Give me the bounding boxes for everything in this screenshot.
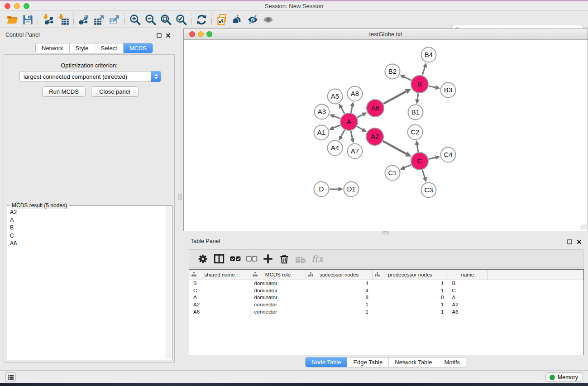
- node-A6[interactable]: A6: [367, 100, 384, 117]
- cell[interactable]: 1: [373, 301, 448, 308]
- cell[interactable]: 1: [373, 280, 448, 287]
- table-tab-motifs[interactable]: Motifs: [438, 357, 466, 367]
- cell[interactable]: B: [189, 280, 250, 287]
- tab-mcds[interactable]: MCDS: [124, 43, 153, 53]
- edge-A-A5[interactable]: [341, 107, 344, 114]
- cell[interactable]: B: [448, 280, 488, 287]
- node-A4[interactable]: A4: [328, 141, 343, 156]
- cell[interactable]: connector: [250, 308, 306, 315]
- node-B1[interactable]: B1: [408, 105, 423, 120]
- edge-B-B2[interactable]: [403, 76, 411, 80]
- deselect-all-button[interactable]: [244, 251, 260, 267]
- edge-A-A6[interactable]: [357, 114, 363, 117]
- float-table-panel-icon[interactable]: [566, 238, 573, 245]
- edge-C-C3[interactable]: [422, 170, 425, 179]
- network-overview-button[interactable]: [229, 12, 245, 27]
- edge-A6-B[interactable]: [383, 91, 407, 104]
- cell[interactable]: C: [189, 287, 250, 294]
- cell[interactable]: 1: [373, 287, 448, 294]
- node-C1[interactable]: C1: [385, 166, 400, 181]
- node-C[interactable]: C: [411, 152, 428, 170]
- close-panel-icon[interactable]: [165, 32, 171, 38]
- cell[interactable]: connector: [250, 301, 306, 308]
- delete-columns-button[interactable]: [276, 251, 292, 267]
- memory-button[interactable]: Memory: [545, 372, 583, 382]
- column-header-shared-name[interactable]: shared name: [189, 270, 250, 280]
- node-A8[interactable]: A8: [348, 86, 363, 101]
- network-window-titlebar[interactable]: testGlobe.txt: [184, 29, 588, 40]
- split-panel-button[interactable]: [211, 251, 227, 267]
- cell[interactable]: A6: [448, 308, 488, 315]
- save-session-button[interactable]: [20, 12, 35, 27]
- edge-A-A8[interactable]: [351, 105, 352, 113]
- node-C2[interactable]: C2: [408, 125, 423, 140]
- export-image-button[interactable]: [107, 12, 122, 27]
- task-history-button[interactable]: [5, 372, 16, 382]
- table-row[interactable]: A2connector11A2: [189, 301, 583, 308]
- node-C4[interactable]: C4: [441, 148, 456, 162]
- node-A5[interactable]: A5: [328, 89, 343, 104]
- cell[interactable]: dominator: [250, 294, 306, 301]
- edge-A-A3[interactable]: [333, 116, 340, 119]
- cell[interactable]: 0: [373, 294, 448, 301]
- clone-network-button[interactable]: [214, 12, 229, 27]
- node-A[interactable]: A: [340, 113, 358, 130]
- cell[interactable]: 8: [306, 294, 373, 301]
- node-D[interactable]: D: [314, 182, 329, 197]
- cell[interactable]: A: [189, 294, 250, 301]
- table-tab-network-table[interactable]: Network Table: [389, 357, 438, 367]
- tab-select[interactable]: Select: [95, 43, 124, 53]
- edge-A-A1[interactable]: [333, 125, 340, 129]
- cell[interactable]: 4: [306, 280, 373, 287]
- edge-B-B1[interactable]: [417, 93, 418, 100]
- mcds-result-list[interactable]: A2ABCA6: [8, 209, 165, 359]
- zoom-out-button[interactable]: [143, 12, 158, 27]
- table-row[interactable]: A6connector11A6: [189, 308, 583, 315]
- horizontal-splitter-handle[interactable]: [382, 231, 389, 234]
- edge-A-A4[interactable]: [340, 130, 344, 138]
- edge-A-A7[interactable]: [351, 131, 353, 139]
- node-D1[interactable]: D1: [344, 182, 359, 197]
- node-A7[interactable]: A7: [348, 144, 363, 159]
- node-A2[interactable]: A2: [366, 128, 383, 145]
- vertical-splitter-handle[interactable]: [178, 194, 182, 200]
- close-panel-button[interactable]: Close panel: [91, 86, 139, 97]
- graphics-details-button[interactable]: [245, 12, 260, 27]
- column-header-MCDS-role[interactable]: MCDS role: [250, 270, 306, 280]
- close-table-panel-icon[interactable]: [576, 238, 582, 245]
- select-all-button[interactable]: [227, 251, 244, 267]
- node-C3[interactable]: C3: [421, 183, 436, 198]
- node-B3[interactable]: B3: [441, 83, 456, 98]
- result-scrollbar[interactable]: [166, 206, 172, 359]
- edge-C-C1[interactable]: [403, 165, 411, 168]
- mcds-result-item[interactable]: A6: [8, 240, 165, 248]
- float-panel-icon[interactable]: [156, 32, 162, 38]
- node-B2[interactable]: B2: [385, 64, 400, 79]
- cell[interactable]: dominator: [250, 287, 306, 294]
- mcds-result-item[interactable]: A2: [8, 209, 165, 216]
- zoom-fit-button[interactable]: [158, 12, 173, 27]
- cell[interactable]: 1: [306, 308, 373, 315]
- cell[interactable]: 4: [306, 287, 373, 294]
- import-network-button[interactable]: [40, 12, 56, 27]
- mcds-result-item[interactable]: A: [8, 216, 165, 224]
- settings-gear-button[interactable]: [195, 251, 211, 267]
- edge-A2-C[interactable]: [383, 141, 407, 154]
- table-tab-node-table[interactable]: Node Table: [306, 357, 348, 367]
- cell[interactable]: 1: [373, 308, 448, 315]
- cell[interactable]: A6: [189, 308, 250, 315]
- column-header-predecessor-nodes[interactable]: predecessor nodes: [373, 270, 448, 280]
- edge-B-B4[interactable]: [422, 66, 425, 75]
- edge-C-C4[interactable]: [429, 157, 436, 159]
- optimization-criterion-select[interactable]: largest connected component (directed): [19, 71, 161, 82]
- cell[interactable]: A: [448, 294, 488, 301]
- tab-network[interactable]: Network: [36, 43, 70, 53]
- table-tab-edge-table[interactable]: Edge Table: [347, 357, 389, 367]
- mcds-result-item[interactable]: B: [8, 224, 165, 232]
- zoom-selected-button[interactable]: [173, 12, 189, 27]
- cell[interactable]: dominator: [250, 280, 306, 287]
- table-row[interactable]: Cdominator41C: [189, 287, 583, 294]
- zoom-in-button[interactable]: [127, 12, 143, 27]
- edge-C-C2[interactable]: [417, 144, 418, 152]
- node-B[interactable]: B: [411, 76, 428, 93]
